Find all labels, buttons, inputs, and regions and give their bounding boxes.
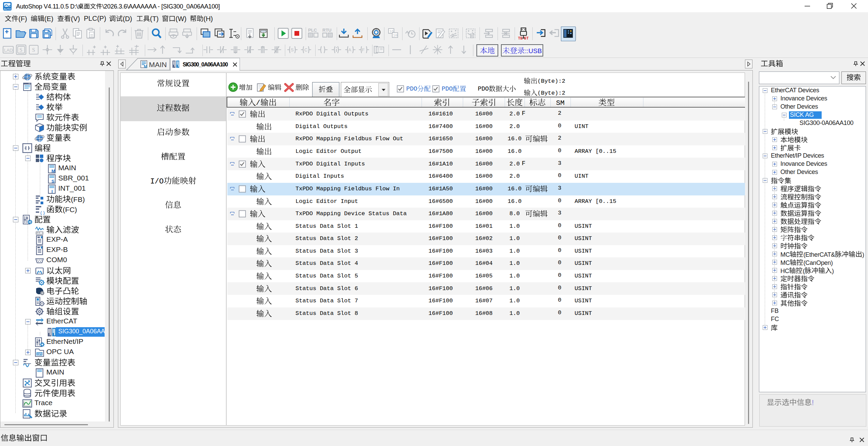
svg-text:F: F	[362, 47, 365, 52]
svg-text:S: S	[19, 47, 22, 53]
svg-text:TE ST: TE ST	[518, 36, 529, 40]
svg-text:S: S	[51, 179, 55, 184]
svg-text:(): ()	[40, 210, 45, 216]
svg-text:AUTO: AUTO	[3, 7, 11, 11]
svg-text:RTU: RTU	[322, 28, 332, 33]
svg-text:PLC: PLC	[308, 28, 317, 33]
svg-text:OPC: OPC	[37, 352, 44, 356]
svg-text:C: C	[304, 47, 307, 52]
svg-text:M: M	[144, 64, 147, 69]
svg-text:A: A	[348, 47, 351, 52]
svg-text:S: S	[32, 47, 35, 53]
svg-text:LAD: LAD	[4, 48, 13, 53]
svg-text:10: 10	[393, 33, 397, 37]
svg-text:M: M	[51, 169, 55, 174]
svg-text:S: S	[291, 47, 294, 52]
svg-text:I: I	[51, 189, 53, 194]
